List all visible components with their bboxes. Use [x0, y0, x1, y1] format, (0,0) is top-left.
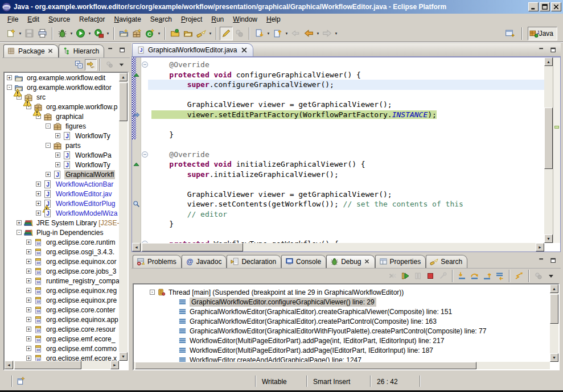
remove-terminated-button[interactable]	[387, 269, 399, 283]
tree-item[interactable]: +JWorkflowModelWiza	[5, 208, 119, 218]
tree-item[interactable]: -graphical	[5, 112, 119, 121]
java-perspective-button[interactable]: J Java	[528, 27, 557, 40]
tree-expander[interactable]: +	[26, 259, 31, 264]
open-resource-button[interactable]	[182, 27, 195, 40]
tree-item[interactable]: +10org.eclipse.equinox.cor	[5, 257, 119, 266]
tree-expander[interactable]: +	[36, 201, 41, 206]
menu-source[interactable]: Source	[44, 14, 74, 24]
prev-annotation-button[interactable]	[271, 27, 284, 40]
tree-expander[interactable]: +	[26, 249, 31, 254]
tree-expander[interactable]: +	[7, 75, 12, 80]
scroll-down-button[interactable]: ▼	[119, 352, 128, 361]
tree-expander[interactable]: +	[26, 240, 31, 245]
view-maximize-button[interactable]	[548, 256, 558, 265]
tree-expander[interactable]: -	[17, 230, 22, 235]
tree-item[interactable]: +JWorkflowEditorPlug	[5, 199, 119, 208]
tree-item[interactable]: +10org.eclipse.equinox.reg	[5, 286, 119, 295]
tree-item[interactable]: -Plug-in Dependencies	[5, 228, 119, 237]
tree-expander[interactable]: +	[26, 278, 31, 283]
tree-expander[interactable]: -	[7, 85, 12, 90]
tree-expander[interactable]: +	[36, 181, 41, 187]
step-over-button[interactable]	[469, 269, 481, 283]
forward-dropdown[interactable]: ▼	[334, 32, 339, 35]
mark-occurrences-button[interactable]	[220, 27, 233, 40]
new-java-project-button[interactable]	[117, 27, 130, 40]
menu-run[interactable]: Run	[207, 14, 228, 24]
tree-expander[interactable]: +	[17, 220, 22, 225]
open-type-button[interactable]	[169, 27, 182, 40]
step-return-button[interactable]	[481, 269, 494, 283]
debug-hscrollbar[interactable]	[134, 362, 550, 369]
save-button[interactable]	[23, 27, 36, 40]
new-class-button[interactable]: C	[143, 27, 157, 40]
tree-expander[interactable]: +	[55, 162, 60, 167]
use-step-filters-button[interactable]	[513, 269, 525, 283]
new-wizard-button[interactable]	[5, 27, 18, 40]
editor-maximize-button[interactable]	[548, 46, 558, 55]
close-tab-icon[interactable]	[47, 48, 54, 54]
back-dropdown[interactable]: ▼	[315, 32, 320, 35]
tree-item[interactable]: +JGraphicalWorkfl	[5, 170, 119, 179]
terminate-button[interactable]	[424, 269, 437, 283]
tree-expander[interactable]: +	[26, 298, 31, 303]
run-external-button[interactable]	[92, 27, 105, 40]
view-menu-button[interactable]	[116, 59, 128, 71]
scroll-up-button[interactable]: ▲	[544, 57, 553, 66]
new-package-button[interactable]	[130, 27, 143, 40]
menu-refactor[interactable]: Refactor	[75, 14, 109, 24]
back-button[interactable]	[302, 27, 315, 40]
bottom-tab-console[interactable]: Console	[281, 255, 326, 268]
folding-column[interactable]: −−−	[141, 57, 148, 243]
forward-button[interactable]	[320, 27, 334, 40]
new-wizard-dropdown[interactable]: ▼	[18, 32, 23, 35]
scroll-up-button[interactable]: ▲	[550, 284, 558, 293]
link-editor-button[interactable]	[85, 59, 97, 71]
tree-item[interactable]: -org.example.workflow.editor	[5, 82, 119, 92]
open-perspective-button[interactable]	[503, 27, 516, 40]
menu-search[interactable]: Search	[146, 14, 176, 24]
stack-frame-row[interactable]: WorkflowEditor.createAndAddGraphicalPage…	[134, 355, 550, 362]
annotation-ruler[interactable]	[132, 57, 141, 243]
stack-frame-row[interactable]: WorkflowEditor(MultiPageEditorPart).addP…	[134, 336, 550, 345]
suspend-button[interactable]	[412, 269, 424, 283]
spheres-button[interactable]	[104, 59, 116, 71]
maximize-button[interactable]	[540, 2, 550, 11]
titlebar[interactable]: Java - org.example.workflow.editor/src/o…	[0, 0, 563, 14]
tree-expander[interactable]: +	[26, 269, 31, 274]
tree-expander[interactable]: +	[26, 336, 31, 341]
code-area[interactable]: @Override protected void configureGraphi…	[148, 57, 544, 243]
tree-item[interactable]: +JWorkflowEditor.jav	[5, 189, 119, 199]
spheres-button[interactable]	[532, 269, 545, 283]
new-class-dropdown[interactable]: ▼	[157, 32, 162, 35]
tree-expander[interactable]: +	[46, 172, 51, 177]
step-into-button[interactable]	[456, 269, 469, 283]
tree-expander[interactable]: +	[26, 307, 31, 312]
tree-item[interactable]: +10org.eclipse.emf.ecore_	[5, 334, 119, 344]
scroll-right-button[interactable]: ►	[536, 243, 544, 251]
bottom-tab-search[interactable]: Search	[426, 255, 467, 268]
tree-expander[interactable]: +	[36, 211, 41, 216]
menu-file[interactable]: File	[3, 14, 22, 24]
search-button[interactable]	[195, 27, 208, 40]
scroll-up-button[interactable]: ▲	[119, 73, 128, 81]
view-maximize-button[interactable]	[117, 46, 128, 55]
debug-thread-row[interactable]: -Thread [main] (Suspended (breakpoint at…	[134, 287, 550, 297]
marker-triangle[interactable]	[133, 71, 140, 79]
tree-item[interactable]: +JRE System Library [J2SE-1	[5, 218, 119, 228]
tree-item[interactable]: +org.example.workflow.edit	[5, 73, 119, 82]
tree-expander[interactable]: +	[26, 327, 31, 332]
fold-collapse-handle[interactable]: −	[142, 61, 148, 68]
tree-expander[interactable]: +	[36, 191, 41, 196]
scroll-down-button[interactable]: ▼	[544, 234, 553, 243]
scroll-down-button[interactable]: ▼	[550, 353, 558, 362]
scroll-right-button[interactable]: ►	[110, 361, 119, 369]
tree-item[interactable]: +JWorkflowTy	[5, 131, 119, 141]
explorer-tab-hierarch[interactable]: Hierarch	[59, 44, 104, 57]
stack-frame-row[interactable]: WorkflowEditor(MultiPageEditorPart).addP…	[134, 345, 550, 355]
next-annotation-dropdown[interactable]: ▼	[266, 32, 271, 35]
menu-navigate[interactable]: Navigate	[110, 14, 145, 24]
collapse-all-button[interactable]	[73, 59, 85, 71]
tree-expander[interactable]: -	[150, 290, 155, 295]
tree-item[interactable]: +10org.eclipse.emf.commo	[5, 344, 119, 353]
scroll-left-button[interactable]: ◄	[5, 361, 13, 369]
